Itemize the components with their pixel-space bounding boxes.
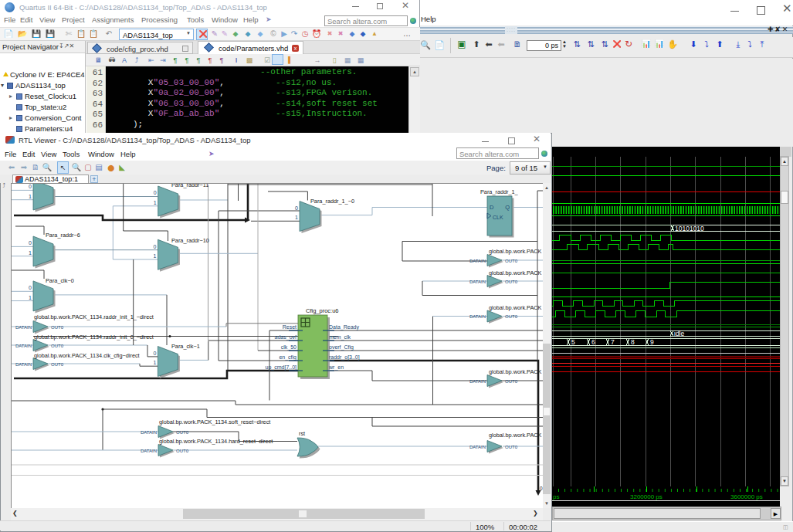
svg-text:OUT0: OUT0 [505, 445, 518, 449]
svg-text:1: 1 [29, 295, 32, 300]
svg-text:CLK: CLK [493, 215, 503, 220]
svg-text:up_cmd[7..0]: up_cmd[7..0] [266, 364, 297, 371]
svg-text:0: 0 [29, 285, 32, 290]
svg-text:DATAIN: DATAIN [141, 449, 157, 453]
svg-text:0: 0 [29, 184, 32, 189]
svg-text:1: 1 [295, 215, 298, 220]
svg-text:Data_Ready: Data_Ready [329, 324, 359, 330]
svg-text:global.bp.work.PACK: global.bp.work.PACK [489, 304, 542, 311]
svg-text:DATAIN: DATAIN [469, 259, 486, 263]
svg-text:1: 1 [154, 253, 157, 259]
svg-text:Q: Q [505, 204, 510, 211]
svg-text:global.bp.work.PACK_1134.raddr: global.bp.work.PACK_1134.raddr_init_0_~d… [34, 334, 154, 341]
svg-text:0: 0 [295, 205, 298, 211]
svg-text:6: 6 [591, 338, 595, 346]
svg-text:Para_raddr~6: Para_raddr~6 [46, 232, 80, 239]
svg-text:idle: idle [674, 330, 685, 337]
svg-text:Para_raddr_1_: Para_raddr_1_ [480, 188, 519, 195]
svg-text:DATAIN: DATAIN [469, 379, 486, 384]
svg-text:DATAIN: DATAIN [469, 314, 486, 319]
svg-text:7: 7 [611, 338, 615, 346]
svg-text:global.bp.work.PACK_1134.raddr: global.bp.work.PACK_1134.raddr_init_1_~d… [34, 313, 154, 320]
svg-text:Para_clk~0: Para_clk~0 [46, 277, 74, 284]
svg-text:DATAIN: DATAIN [469, 280, 486, 284]
svg-text:9: 9 [650, 338, 654, 346]
svg-text:wr_en: wr_en [328, 364, 344, 371]
svg-text:global.bp.work.PACK_1134.soft_: global.bp.work.PACK_1134.soft_reset~dire… [159, 418, 270, 425]
svg-text:DATAIN: DATAIN [469, 445, 486, 449]
svg-text:overf_Cfig: overf_Cfig [329, 344, 354, 351]
svg-text:OUT0: OUT0 [51, 325, 64, 330]
svg-text:3200000 ps: 3200000 ps [630, 493, 663, 500]
svg-text:global.bp.work.PACK: global.bp.work.PACK [489, 248, 542, 255]
svg-text:rst: rst [299, 430, 305, 437]
svg-text:mem_clk: mem_clk [329, 334, 351, 341]
svg-text:adas_ovf: adas_ovf [275, 334, 297, 341]
svg-text:raddr_o[3..0]: raddr_o[3..0] [329, 354, 360, 361]
svg-text:OUT0: OUT0 [176, 449, 189, 453]
svg-text:Reset: Reset [283, 324, 297, 330]
svg-text:10101010: 10101010 [675, 225, 704, 232]
svg-text:1: 1 [154, 200, 157, 205]
svg-text:0: 0 [154, 190, 157, 195]
svg-text:DATAIN: DATAIN [15, 325, 32, 330]
svg-text:Para_raddr~10: Para_raddr~10 [171, 237, 209, 244]
svg-text:1: 1 [153, 360, 156, 365]
svg-text:1: 1 [29, 194, 32, 199]
svg-text:en_cfig: en_cfig [279, 354, 297, 361]
svg-text:OUT0: OUT0 [505, 259, 518, 263]
svg-text:global.bp.work.PACK: global.bp.work.PACK [489, 368, 542, 375]
svg-text:global.bp.work.PACK: global.bp.work.PACK [489, 269, 542, 276]
svg-text:Para_clk~1: Para_clk~1 [171, 343, 200, 350]
svg-text:Cfig_proc:u6: Cfig_proc:u6 [306, 307, 339, 314]
svg-text:OUT0: OUT0 [51, 362, 64, 367]
svg-text:0: 0 [153, 351, 156, 356]
svg-text:ps: ps [553, 493, 559, 500]
svg-text:0: 0 [29, 240, 32, 246]
svg-text:D: D [490, 204, 494, 211]
svg-text:Para_raddr~11: Para_raddr~11 [171, 184, 208, 188]
svg-text:OUT0: OUT0 [176, 430, 189, 435]
svg-text:0: 0 [154, 244, 157, 249]
svg-text:3600000 ps: 3600000 ps [730, 493, 763, 500]
svg-text:DATAIN: DATAIN [15, 362, 32, 367]
svg-text:OUT0: OUT0 [505, 280, 518, 284]
svg-text:OUT0: OUT0 [51, 344, 64, 348]
svg-text:global.bp.work.PACK: global.bp.work.PACK [489, 432, 542, 439]
svg-text:1: 1 [29, 250, 32, 256]
svg-text:5: 5 [571, 338, 575, 346]
svg-text:8: 8 [631, 338, 635, 346]
svg-text:clk_50: clk_50 [281, 344, 297, 351]
svg-text:global.bp.work.PACK_1134.clk_c: global.bp.work.PACK_1134.clk_cfig~direct [34, 352, 140, 359]
svg-text:DATAIN: DATAIN [141, 430, 157, 435]
svg-text:OUT0: OUT0 [505, 379, 518, 384]
svg-text:OUT0: OUT0 [505, 314, 518, 319]
svg-text:global.bp.work.PACK_1134.hard_: global.bp.work.PACK_1134.hard_reset~dire… [159, 438, 273, 445]
svg-text:DATAIN: DATAIN [15, 344, 32, 348]
svg-text:Para_raddr_1_~0: Para_raddr_1_~0 [310, 198, 354, 205]
